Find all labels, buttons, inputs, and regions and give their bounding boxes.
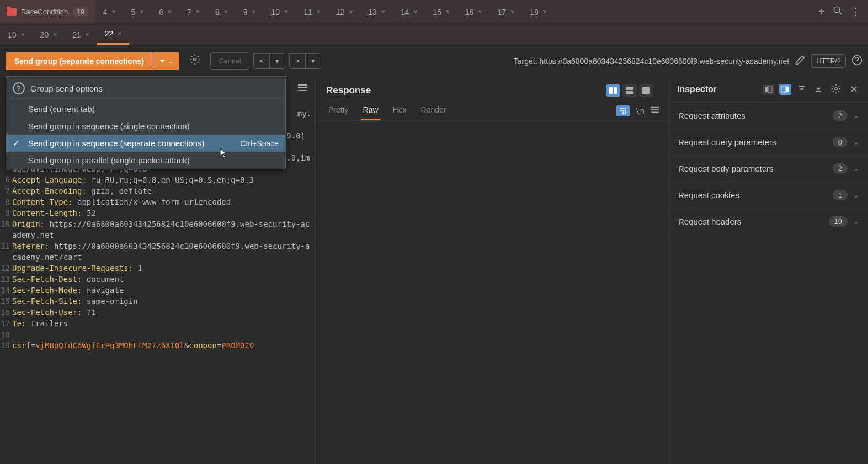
wrap-text-icon[interactable]: [616, 105, 630, 116]
inspector-row-request-cookies[interactable]: Request cookies1⌄: [669, 182, 868, 209]
tab-5[interactable]: 5×: [123, 0, 151, 24]
cancel-button[interactable]: Cancel: [210, 52, 250, 70]
tab-6[interactable]: 6×: [151, 0, 179, 24]
close-icon[interactable]: ×: [252, 8, 256, 16]
close-icon[interactable]: ×: [446, 8, 450, 16]
svg-point-2: [193, 58, 196, 61]
edit-target-icon[interactable]: [795, 55, 806, 67]
chevron-down-icon: ⌄: [853, 164, 859, 173]
action-toolbar: Send group (separate connections) ⌄ Canc…: [0, 45, 868, 77]
tab-16[interactable]: 16×: [457, 0, 490, 24]
chevron-down-icon: ⌄: [853, 138, 859, 146]
tab-15[interactable]: 15×: [425, 0, 457, 24]
inspector-row-request-body-parameters[interactable]: Request body parameters2⌄: [669, 156, 868, 182]
response-menu-icon[interactable]: [650, 106, 660, 115]
svg-rect-8: [614, 87, 617, 94]
nav-prev-drop[interactable]: ▾: [269, 53, 285, 69]
tab-9[interactable]: 9×: [236, 0, 264, 24]
nav-next-drop[interactable]: ▾: [305, 53, 321, 69]
tab-17[interactable]: 17×: [490, 0, 523, 24]
close-icon[interactable]: ×: [118, 30, 121, 38]
inspector-row-request-attributes[interactable]: Request attributes2⌄: [669, 103, 868, 129]
count-badge: 0: [833, 137, 848, 147]
svg-rect-11: [642, 87, 650, 94]
inspector-close-icon[interactable]: ✕: [848, 83, 860, 95]
count-badge: 2: [833, 163, 848, 174]
add-tab-icon[interactable]: +: [818, 6, 825, 18]
response-editor[interactable]: [317, 121, 669, 464]
tab-10[interactable]: 10×: [264, 0, 296, 24]
close-icon[interactable]: ×: [224, 8, 228, 16]
tab-18[interactable]: 18×: [522, 0, 555, 24]
close-icon[interactable]: ×: [543, 8, 547, 16]
tab-4[interactable]: 4×: [95, 0, 124, 24]
request-menu-icon[interactable]: [297, 83, 308, 94]
svg-rect-9: [626, 87, 633, 90]
chevron-down-icon: ⌄: [853, 217, 859, 226]
tab-14[interactable]: 14×: [393, 0, 425, 24]
close-icon[interactable]: ×: [284, 8, 288, 16]
response-title: Response: [326, 85, 371, 96]
tab-group-header[interactable]: RaceCondition 19: [0, 0, 95, 24]
tab-8[interactable]: 8×: [207, 0, 236, 24]
close-icon[interactable]: ×: [53, 31, 57, 39]
tab-11[interactable]: 11×: [296, 0, 328, 24]
layout-horizontal-icon[interactable]: [606, 84, 620, 97]
nav-next-button[interactable]: >: [289, 53, 306, 69]
subtab-22[interactable]: 22×: [97, 24, 130, 45]
dropdown-item[interactable]: Send group in parallel (single-packet at…: [6, 152, 285, 169]
expand-up-icon[interactable]: [796, 85, 808, 94]
send-dropdown-toggle[interactable]: ⌄: [153, 52, 179, 70]
collapse-down-icon[interactable]: [812, 85, 824, 94]
close-icon[interactable]: ×: [21, 31, 25, 39]
inspector-title: Inspector: [677, 84, 758, 94]
settings-gear-icon[interactable]: [184, 51, 206, 71]
close-icon[interactable]: ×: [317, 8, 321, 16]
svg-rect-10: [626, 91, 633, 94]
tab-7[interactable]: 7×: [179, 0, 207, 24]
subtab-20[interactable]: 20×: [33, 24, 65, 45]
response-tab-render[interactable]: Render: [419, 101, 449, 120]
subtab-19[interactable]: 19×: [0, 24, 33, 45]
close-icon[interactable]: ×: [413, 8, 417, 16]
dropdown-item[interactable]: Send (current tab): [6, 100, 285, 118]
tab-13[interactable]: 13×: [360, 0, 393, 24]
inspector-settings-icon[interactable]: [829, 84, 843, 95]
close-icon[interactable]: ×: [86, 31, 89, 39]
close-icon[interactable]: ×: [349, 8, 353, 16]
layout-vertical-icon[interactable]: [622, 84, 637, 97]
svg-point-23: [835, 87, 838, 90]
layout-single-icon[interactable]: [639, 84, 653, 97]
dropdown-item[interactable]: Send group in sequence (single connectio…: [6, 118, 285, 135]
close-icon[interactable]: ×: [111, 8, 115, 16]
dropdown-item[interactable]: Send group in sequence (separate connect…: [6, 135, 285, 152]
close-icon[interactable]: ×: [140, 8, 143, 16]
response-tab-pretty[interactable]: Pretty: [326, 101, 351, 120]
close-icon[interactable]: ×: [510, 8, 514, 16]
inspector-layout-right-icon[interactable]: [779, 84, 791, 95]
close-icon[interactable]: ×: [168, 8, 172, 16]
nav-prev-button[interactable]: <: [253, 53, 270, 69]
close-icon[interactable]: ×: [196, 8, 200, 16]
inspector-row-request-headers[interactable]: Request headers19⌄: [669, 209, 868, 235]
sub-tab-bar: 19×20×21×22×: [0, 24, 868, 45]
svg-point-0: [834, 7, 840, 13]
count-badge: 2: [833, 110, 848, 121]
response-tab-hex[interactable]: Hex: [391, 101, 409, 120]
inspector-row-request-query-parameters[interactable]: Request query parameters0⌄: [669, 129, 868, 156]
send-button[interactable]: Send group (separate connections): [6, 52, 153, 70]
response-tab-raw[interactable]: Raw: [361, 101, 381, 120]
target-label: Target: https://0a6800a603434256824c10e6…: [514, 57, 789, 66]
help-circle-icon[interactable]: ?: [13, 82, 25, 94]
close-icon[interactable]: ×: [478, 8, 482, 16]
help-icon[interactable]: [851, 55, 862, 67]
newline-icon[interactable]: \n: [635, 106, 645, 115]
tab-12[interactable]: 12×: [328, 0, 361, 24]
more-tabs-icon[interactable]: ⋮: [850, 6, 860, 18]
search-tabs-icon[interactable]: [833, 6, 843, 18]
subtab-21[interactable]: 21×: [65, 24, 97, 45]
svg-rect-19: [782, 87, 786, 92]
http-version-selector[interactable]: HTTP/2: [811, 54, 846, 68]
inspector-layout-left-icon[interactable]: [763, 84, 775, 95]
close-icon[interactable]: ×: [381, 8, 385, 16]
